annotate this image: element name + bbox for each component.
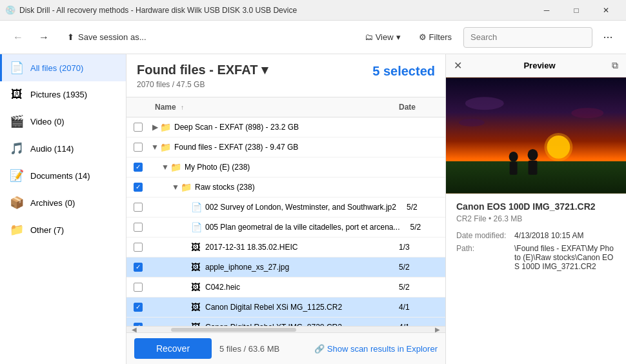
- found-files-subtitle: 2070 files / 47.5 GB: [137, 80, 435, 89]
- view-chevron-icon: ▾: [396, 32, 401, 42]
- sidebar-icon-all-files: 📄: [10, 61, 24, 75]
- row-checkbox[interactable]: [134, 143, 143, 152]
- name-sort-button[interactable]: ↑: [181, 104, 184, 111]
- table-row[interactable]: ▶ 📁 Deep Scan - EXFAT (898) - 23.2 GB: [126, 117, 445, 137]
- minimize-button[interactable]: ─: [532, 0, 561, 21]
- row-checkbox[interactable]: [134, 163, 143, 172]
- scrollbar-thumb[interactable]: [171, 328, 296, 332]
- preview-filetype: CR2 File • 26.3 MB: [456, 214, 616, 223]
- file-list-container[interactable]: ▶ 📁 Deep Scan - EXFAT (898) - 23.2 GB ▼ …: [126, 117, 445, 326]
- header-name-label: Name: [155, 103, 176, 112]
- row-filename: Found files - EXFAT (238) - 9.47 GB: [174, 143, 389, 152]
- found-files-title-text: Found files - EXFAT: [137, 63, 257, 77]
- sidebar-label-pictures: Pictures (1935): [30, 90, 87, 99]
- expand-btn[interactable]: ▶: [150, 123, 160, 132]
- save-session-button[interactable]: ⬆ Save session as...: [59, 28, 154, 46]
- row-checkbox[interactable]: [134, 183, 143, 192]
- sidebar-item-audio[interactable]: 🎵 Audio (114): [0, 135, 126, 162]
- table-row[interactable]: 📄 002 Survey of London, Westminster, and…: [126, 197, 445, 217]
- preview-panel: ✕ Preview ⧉: [445, 54, 626, 364]
- forward-button[interactable]: →: [34, 27, 54, 48]
- table-row[interactable]: ▼ 📁 Raw stocks (238): [126, 177, 445, 197]
- image-icon: 🖼: [191, 262, 201, 272]
- toolbar: ← → ⬆ Save session as... 🗂 View ▾ ⚙ Filt…: [0, 21, 626, 54]
- sidebar-item-other[interactable]: 📁 Other (7): [0, 216, 126, 243]
- folder-icon: 📁: [160, 122, 170, 132]
- dropdown-icon[interactable]: ▾: [261, 62, 268, 77]
- sidebar-item-pictures[interactable]: 🖼 Pictures (1935): [0, 81, 126, 108]
- search-input[interactable]: [463, 27, 592, 48]
- doc-icon: 📄: [191, 202, 201, 212]
- row-date-col: [394, 145, 445, 150]
- sidebar-item-video[interactable]: 🎬 Video (0): [0, 108, 126, 135]
- table-row[interactable]: 🖼 C042.heic 5/2: [126, 278, 445, 298]
- filters-button[interactable]: ⚙ Filters: [412, 28, 458, 46]
- preview-meta-container: Date modified: 4/13/2018 10:15 AM Path: …: [456, 231, 616, 271]
- header-name-col: Name ↑: [150, 100, 394, 114]
- row-checkbox-col: [126, 243, 150, 252]
- row-checkbox-col: [126, 203, 150, 212]
- preview-close-button[interactable]: ✕: [454, 59, 462, 72]
- table-row[interactable]: 🖼 2017-12-31 18.35.02.HEIC 1/3: [126, 238, 445, 258]
- row-checkbox[interactable]: [134, 203, 143, 212]
- back-button[interactable]: ←: [8, 27, 28, 48]
- row-checkbox-col: [126, 223, 150, 232]
- row-checkbox[interactable]: [134, 123, 143, 132]
- row-checkbox[interactable]: [134, 303, 143, 312]
- row-checkbox-col: [126, 143, 150, 152]
- table-row[interactable]: 📄 005 Plan geometral de la ville citadel…: [126, 217, 445, 238]
- expand-btn[interactable]: ▼: [160, 163, 170, 172]
- preview-meta-row: Path: \Found files - EXFAT\My Photo (E)\…: [456, 244, 616, 271]
- svg-rect-5: [510, 162, 518, 175]
- sidebar-item-all-files[interactable]: 📄 All files (2070): [0, 54, 126, 81]
- save-icon: ⬆: [67, 32, 74, 42]
- scroll-right-arrow[interactable]: ▶: [432, 327, 443, 332]
- title-bar: 💿 Disk Drill - All recovery methods - Ha…: [0, 0, 626, 21]
- maximize-button[interactable]: □: [561, 0, 591, 21]
- sidebar-item-archives[interactable]: 📦 Archives (0): [0, 189, 126, 216]
- preview-copy-button[interactable]: ⧉: [612, 60, 618, 71]
- content-header-row: Found files - EXFAT ▾ 5 selected: [137, 62, 435, 80]
- row-date-col: [394, 125, 445, 130]
- sidebar-item-documents[interactable]: 📝 Documents (14): [0, 162, 126, 189]
- preview-image: [446, 77, 626, 194]
- svg-point-2: [544, 133, 572, 161]
- row-filename: My Photo (E) (238): [185, 163, 389, 172]
- recover-button[interactable]: Recover: [134, 338, 212, 359]
- content-header: Found files - EXFAT ▾ 5 selected 2070 fi…: [126, 54, 445, 97]
- sidebar-icon-video: 🎬: [10, 114, 24, 128]
- row-filename: Canon Digital Rebel XSi MG_1125.CR2: [205, 303, 389, 312]
- table-row[interactable]: 🖼 Canon Digital Rebel XT IMG_8728.CR2 4/…: [126, 318, 445, 326]
- scroll-left-arrow[interactable]: ◀: [129, 327, 139, 332]
- more-button[interactable]: ···: [598, 27, 618, 48]
- preview-meta-label: Date modified:: [456, 231, 514, 240]
- row-checkbox[interactable]: [134, 263, 143, 272]
- table-row[interactable]: 🖼 apple_iphone_xs_27.jpg 5/2: [126, 258, 445, 278]
- table-row[interactable]: ▼ 📁 Found files - EXFAT (238) - 9.47 GB: [126, 137, 445, 157]
- svg-rect-7: [529, 161, 538, 175]
- row-checkbox[interactable]: [134, 243, 143, 252]
- title-bar-controls: ─ □ ✕: [532, 0, 621, 21]
- row-checkbox[interactable]: [134, 223, 143, 232]
- row-checkbox-col: [126, 283, 150, 292]
- table-row[interactable]: ▼ 📁 My Photo (E) (238): [126, 157, 445, 177]
- sidebar-icon-other: 📁: [10, 223, 24, 237]
- horizontal-scrollbar[interactable]: ◀ ▶: [126, 326, 445, 332]
- row-checkbox-col: [126, 303, 150, 312]
- row-name-col: 🖼 Canon Digital Rebel XT IMG_8728.CR2: [150, 319, 394, 326]
- show-scan-button[interactable]: 🔗 Show scan results in Explorer: [314, 344, 438, 354]
- view-button[interactable]: 🗂 View ▾: [358, 28, 407, 46]
- table-row[interactable]: 🖼 Canon Digital Rebel XSi MG_1125.CR2 4/…: [126, 298, 445, 318]
- expand-btn[interactable]: ▼: [150, 143, 160, 152]
- doc-icon: 📄: [191, 222, 201, 232]
- header-date-label: Date: [399, 103, 416, 112]
- sidebar-icon-archives: 📦: [10, 196, 24, 210]
- row-checkbox[interactable]: [134, 283, 143, 292]
- row-filename: 002 Survey of London, Westminster, and S…: [205, 203, 396, 212]
- expand-btn[interactable]: ▼: [170, 183, 181, 192]
- row-name-col: 📄 002 Survey of London, Westminster, and…: [150, 199, 401, 215]
- svg-point-9: [571, 108, 603, 118]
- close-button[interactable]: ✕: [591, 0, 621, 21]
- folder-icon: 🗂: [365, 32, 373, 42]
- bottom-files-info: 5 files / 63.6 MB: [219, 344, 279, 354]
